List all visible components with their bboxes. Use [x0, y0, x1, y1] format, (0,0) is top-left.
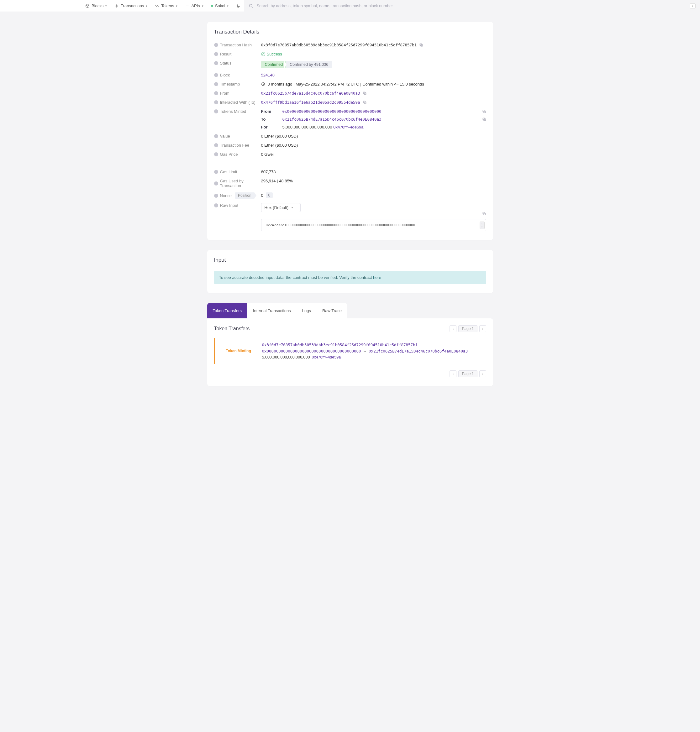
pager-prev[interactable]: ‹	[450, 325, 456, 332]
minted-from-link[interactable]: 0x00000000000000000000000000000000000000…	[282, 109, 476, 114]
nav-network[interactable]: Sokol ▾	[207, 0, 232, 12]
label-result: iResult	[214, 52, 261, 56]
nav-apis[interactable]: APIs ▾	[181, 0, 207, 12]
raw-input-scrollbar[interactable]: ▴▾	[479, 222, 485, 229]
nav-items: Blocks ▾ Transactions ▾ Tokens ▾ APIs ▾	[81, 0, 244, 12]
label-value: iValue	[214, 134, 261, 138]
input-card: Input To see accurate decoded input data…	[207, 250, 493, 293]
from-address-link[interactable]: 0x21fc0625b74de7a15d4c46c070bc6f4e0e0840…	[261, 91, 360, 95]
info-icon[interactable]: i	[214, 152, 218, 156]
label-from: iFrom	[214, 91, 261, 95]
pager-page: Page 1	[458, 370, 477, 377]
transfer-hash-link[interactable]: 0x3f0d7e70857ab0db50539dbb3ec91b0584f25d…	[262, 342, 418, 347]
value-raw-input-select: Hex (Default)▾	[261, 203, 486, 212]
label-fee: iTransaction Fee	[214, 143, 261, 148]
to-address-link[interactable]: 0x476fff9bd1aa16f1e6ab21de05ad2c09554de5…	[261, 100, 360, 105]
info-icon[interactable]: i	[214, 194, 218, 198]
nav-blocks-label: Blocks	[91, 3, 103, 8]
nav-apis-label: APIs	[191, 3, 200, 8]
info-icon[interactable]: i	[214, 109, 218, 113]
value-hash: 0x3f0d7e70857ab0db50539dbb3ec91b0584f25d…	[261, 43, 486, 47]
transaction-details-card: Transaction Details iTransaction Hash 0x…	[207, 22, 493, 240]
moon-icon	[236, 4, 240, 8]
pager-page: Page 1	[458, 325, 477, 332]
verify-link[interactable]: here	[373, 275, 381, 280]
value-gas-limit: 607,778	[261, 170, 486, 174]
copy-icon[interactable]	[419, 43, 423, 47]
value-timestamp: 3 months ago | May-25-2022 04:27:42 PM +…	[261, 82, 486, 87]
info-icon[interactable]: i	[214, 143, 218, 147]
caret-icon: ▾	[146, 4, 147, 7]
caret-icon: ▾	[227, 4, 228, 7]
block-link[interactable]: 524148	[261, 73, 275, 78]
minted-token-link[interactable]: 0x476fff–4de59a	[333, 125, 363, 129]
transfer-row: Token Minting 0x3f0d7e70857ab0db50539dbb…	[214, 338, 486, 364]
transfer-token-link[interactable]: 0x476fff–4de59a	[312, 355, 341, 359]
copy-icon[interactable]	[482, 117, 486, 121]
caret-icon: ▾	[176, 4, 178, 7]
hex-format-select[interactable]: Hex (Default)▾	[261, 203, 301, 212]
pager-top: ‹ Page 1 ›	[450, 325, 486, 332]
value-status: Confirmed Confirmed by 491,036	[261, 61, 486, 68]
minted-from-label: From	[261, 109, 277, 114]
info-icon[interactable]: i	[214, 203, 218, 207]
raw-input-box: 0x242232d1000000000000000000000000000000…	[261, 219, 486, 231]
info-icon[interactable]: i	[214, 91, 218, 95]
minted-to-link[interactable]: 0x21fc0625B74dE7a15D4c46c070bc6f4e0E0840…	[282, 117, 476, 122]
tab-raw-trace[interactable]: Raw Trace	[317, 303, 347, 318]
tab-internal-transactions[interactable]: Internal Transactions	[247, 303, 297, 318]
info-icon[interactable]: i	[214, 52, 218, 56]
search-bar: /	[244, 0, 700, 12]
page-title: Transaction Details	[214, 29, 486, 35]
pager-next[interactable]: ›	[479, 370, 486, 377]
search-input[interactable]	[256, 3, 687, 8]
pager-next[interactable]: ›	[479, 325, 486, 332]
copy-icon[interactable]	[482, 211, 486, 216]
svg-point-2	[250, 4, 252, 7]
value-gas-price: 0 Gwei	[261, 152, 486, 157]
transfer-to-link[interactable]: 0x21fc0625B74dE7a15D4c46c070bc6f4e0E0840…	[369, 349, 468, 354]
token-minting-badge: Token Minting	[226, 349, 251, 353]
svg-point-1	[156, 6, 159, 7]
nav-blocks[interactable]: Blocks ▾	[81, 0, 111, 12]
clock-icon	[261, 82, 265, 86]
tabs: Token Transfers Internal Transactions Lo…	[207, 303, 493, 318]
info-icon[interactable]: i	[214, 182, 218, 185]
info-icon[interactable]: i	[214, 134, 218, 138]
nav-transactions[interactable]: Transactions ▾	[111, 0, 151, 12]
minted-for-label: For	[261, 125, 277, 129]
nav-network-label: Sokol	[215, 3, 225, 8]
nav-tokens[interactable]: Tokens ▾	[151, 0, 181, 12]
minted-to-label: To	[261, 117, 277, 122]
value-nonce: 00	[261, 192, 486, 198]
keyboard-hint: /	[690, 3, 696, 9]
info-icon[interactable]: i	[214, 170, 218, 174]
label-tokens-minted: iTokens Minted	[214, 109, 261, 114]
search-icon	[249, 3, 253, 8]
label-nonce: iNoncePosition	[214, 192, 261, 199]
value-from: 0x21fc0625b74de7a15d4c46c070bc6f4e0e0840…	[261, 91, 486, 95]
caret-icon: ▾	[202, 4, 203, 7]
label-gas-used: iGas Used by Transaction	[214, 179, 261, 188]
transfer-from-link[interactable]: 0x00000000000000000000000000000000000000…	[262, 349, 361, 354]
pager-prev[interactable]: ‹	[450, 370, 456, 377]
copy-icon[interactable]	[482, 109, 486, 113]
caret-icon: ▾	[105, 4, 107, 7]
tab-logs[interactable]: Logs	[297, 303, 317, 318]
copy-icon[interactable]	[363, 100, 367, 104]
list-icon	[185, 4, 189, 8]
label-timestamp: iTimestamp	[214, 82, 261, 87]
info-icon[interactable]: i	[214, 43, 218, 47]
copy-icon[interactable]	[363, 91, 367, 95]
nav-transactions-label: Transactions	[121, 3, 144, 8]
info-icon[interactable]: i	[214, 61, 218, 65]
check-circle-icon: ✓	[261, 52, 265, 56]
label-gas-limit: iGas Limit	[214, 170, 261, 174]
tab-token-transfers[interactable]: Token Transfers	[207, 303, 248, 318]
info-icon[interactable]: i	[214, 100, 218, 104]
confirmed-by-badge: Confirmed by 491,036	[286, 61, 332, 68]
info-icon[interactable]: i	[214, 73, 218, 77]
dark-mode-toggle[interactable]	[232, 0, 244, 12]
input-title: Input	[214, 257, 486, 263]
info-icon[interactable]: i	[214, 82, 218, 86]
